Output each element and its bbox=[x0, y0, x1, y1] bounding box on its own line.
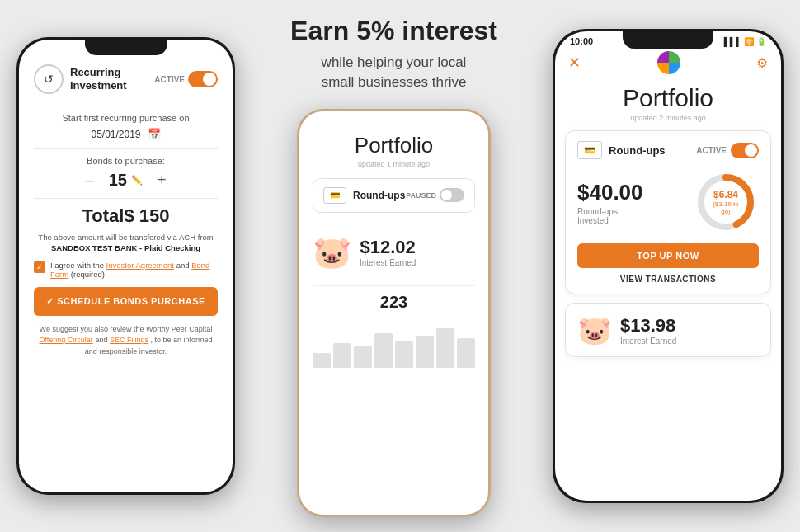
investor-agreement-link[interactable]: Investor Agreement bbox=[106, 261, 174, 270]
right-top-nav: ✕ ⚙ bbox=[555, 48, 781, 81]
bar-5 bbox=[395, 341, 413, 368]
toggle-orange[interactable] bbox=[731, 143, 759, 158]
active-toggle[interactable] bbox=[188, 71, 218, 87]
qty-row: – 15 ✏️ + bbox=[34, 171, 218, 190]
donut-val: $6.84 bbox=[709, 189, 742, 200]
bar-3 bbox=[354, 346, 372, 368]
suggest-text: We suggest you also review the Worthy Pe… bbox=[34, 324, 218, 358]
right-phone: 10:00 ▌▌▌ 🛜 🔋 ✕ ⚙ Portfolio updated 2 mi… bbox=[553, 29, 784, 503]
globe-icon bbox=[657, 51, 680, 74]
date-row: 05/01/2019 📅 bbox=[34, 128, 218, 140]
paused-toggle[interactable]: PAUSED bbox=[406, 188, 464, 202]
calendar-icon[interactable]: 📅 bbox=[148, 128, 161, 140]
plus-btn[interactable]: + bbox=[158, 172, 167, 189]
bar-1 bbox=[313, 353, 331, 368]
right-ru-label: Round-ups bbox=[609, 144, 666, 157]
sec-link[interactable]: SEC Filings bbox=[110, 336, 148, 344]
gear-icon[interactable]: ⚙ bbox=[756, 55, 768, 71]
donut-chart: $6.84 ($3.16 to go) bbox=[693, 169, 759, 235]
divider-1 bbox=[34, 106, 218, 106]
right-notch bbox=[623, 29, 713, 49]
active-label: ACTIVE bbox=[154, 75, 185, 84]
middle-phone: Portfolio updated 1 minute ago 💳 Round-u… bbox=[297, 109, 491, 517]
left-screen: ↺ Recurring Investment ACTIVE Start firs… bbox=[19, 40, 233, 492]
right-ru-left: 💳 Round-ups bbox=[577, 141, 666, 159]
scene: ↺ Recurring Investment ACTIVE Start firs… bbox=[0, 0, 800, 532]
right-screen: 10:00 ▌▌▌ 🛜 🔋 ✕ ⚙ Portfolio updated 2 mi… bbox=[555, 31, 781, 501]
right-bottom-card: 🐷 $13.98 Interest Earned bbox=[565, 303, 771, 357]
right-earned-label: Interest Earned bbox=[620, 337, 676, 346]
bar-6 bbox=[416, 336, 434, 368]
bonds-label: Bonds to purchase: bbox=[34, 156, 218, 166]
right-active-label: ACTIVE bbox=[696, 146, 727, 155]
agree-checkbox[interactable]: ✓ bbox=[34, 261, 45, 273]
mid-divider bbox=[313, 285, 475, 286]
left-notch bbox=[85, 37, 167, 55]
signal-icon: ▌▌▌ bbox=[724, 37, 741, 46]
donut-center: $6.84 ($3.16 to go) bbox=[709, 189, 742, 215]
bar-7 bbox=[436, 328, 454, 368]
invest-info: $40.00 Round-upsInvested bbox=[577, 180, 643, 225]
middle-phone-wrap: Portfolio updated 1 minute ago 💳 Round-u… bbox=[243, 109, 544, 517]
rec-title: Recurring Investment bbox=[70, 66, 127, 92]
ru-label: Round-ups bbox=[353, 190, 405, 201]
bar-2 bbox=[333, 343, 351, 368]
qty-value: 15 ✏️ bbox=[109, 171, 143, 190]
divider-3 bbox=[34, 198, 218, 199]
edit-icon[interactable]: ✏️ bbox=[131, 175, 143, 186]
time: 10:00 bbox=[570, 36, 593, 46]
invest-label: Round-upsInvested bbox=[577, 207, 643, 225]
left-header-left: ↺ Recurring Investment bbox=[34, 64, 127, 94]
wifi-icon: 🛜 bbox=[744, 37, 754, 46]
mid-earned-amount: $12.02 bbox=[360, 237, 416, 258]
offering-link[interactable]: Offering Circular bbox=[40, 336, 93, 344]
right-active-toggle[interactable]: ACTIVE bbox=[696, 143, 759, 158]
date-value: 05/01/2019 bbox=[91, 129, 140, 140]
right-ru-icon: 💳 bbox=[577, 141, 602, 159]
bar-4 bbox=[374, 333, 393, 368]
bar-chart bbox=[313, 318, 475, 368]
left-phone: ↺ Recurring Investment ACTIVE Start firs… bbox=[16, 37, 235, 495]
bar-value: 223 bbox=[313, 293, 475, 312]
headline: Earn 5% interest bbox=[243, 15, 544, 46]
active-toggle-wrap[interactable]: ACTIVE bbox=[154, 71, 218, 87]
ru-left: 💳 Round-ups bbox=[323, 187, 405, 204]
mid-content: Portfolio updated 1 minute ago 💳 Round-u… bbox=[299, 111, 488, 515]
start-label: Start first recurring purchase on bbox=[34, 113, 218, 123]
subtitle: while helping your local small businesse… bbox=[243, 53, 544, 92]
piggy-icon: 🐷 bbox=[313, 234, 351, 271]
right-earned-amount: $13.98 bbox=[620, 315, 676, 337]
total-amount: Total$ 150 bbox=[34, 205, 218, 227]
ach-note: The above amount will be transfered via … bbox=[34, 232, 218, 254]
close-icon[interactable]: ✕ bbox=[568, 54, 581, 72]
right-portfolio-title: Portfolio bbox=[555, 84, 781, 112]
right-content: 10:00 ▌▌▌ 🛜 🔋 ✕ ⚙ Portfolio updated 2 mi… bbox=[555, 31, 781, 501]
piggy-right-icon: 🐷 bbox=[577, 313, 612, 346]
schedule-btn[interactable]: ✓ SCHEDULE BONDS PURCHASE bbox=[34, 287, 218, 316]
recurring-icon: ↺ bbox=[34, 64, 64, 94]
right-card-header: 💳 Round-ups ACTIVE bbox=[577, 141, 759, 159]
middle-screen: Portfolio updated 1 minute ago 💳 Round-u… bbox=[299, 111, 488, 515]
donut-sub: ($3.16 to go) bbox=[709, 200, 742, 215]
view-transactions[interactable]: VIEW TRANSACTIONS bbox=[577, 275, 759, 284]
top-up-btn[interactable]: TOP UP NOW bbox=[577, 243, 759, 268]
right-earned-section: $13.98 Interest Earned bbox=[620, 315, 676, 346]
portfolio-updated: updated 2 minutes ago bbox=[555, 114, 781, 122]
mid-portfolio-title: Portfolio bbox=[313, 133, 475, 158]
round-ups-card: 💳 Round-ups PAUSED bbox=[313, 178, 475, 213]
ru-icon: 💳 bbox=[323, 187, 346, 204]
toggle-gray[interactable] bbox=[440, 188, 464, 202]
mid-updated: updated 1 minute ago bbox=[313, 160, 475, 168]
agree-row: ✓ I agree with the Investor Agreement an… bbox=[34, 261, 218, 279]
minus-btn[interactable]: – bbox=[86, 172, 94, 189]
invest-amount: $40.00 bbox=[577, 180, 643, 205]
piggy-section: 🐷 $12.02 Interest Earned bbox=[313, 226, 475, 279]
center-text: Earn 5% interest while helping your loca… bbox=[235, 15, 553, 517]
paused-label: PAUSED bbox=[406, 191, 436, 200]
bar-8 bbox=[457, 338, 475, 368]
card-main: $40.00 Round-upsInvested $6.84 ($3.16 to… bbox=[577, 169, 759, 235]
battery-icon: 🔋 bbox=[756, 37, 766, 46]
left-header: ↺ Recurring Investment ACTIVE bbox=[34, 64, 218, 94]
agree-text: I agree with the Investor Agreement and … bbox=[50, 261, 218, 279]
mid-earned-label: Interest Earned bbox=[360, 258, 416, 267]
